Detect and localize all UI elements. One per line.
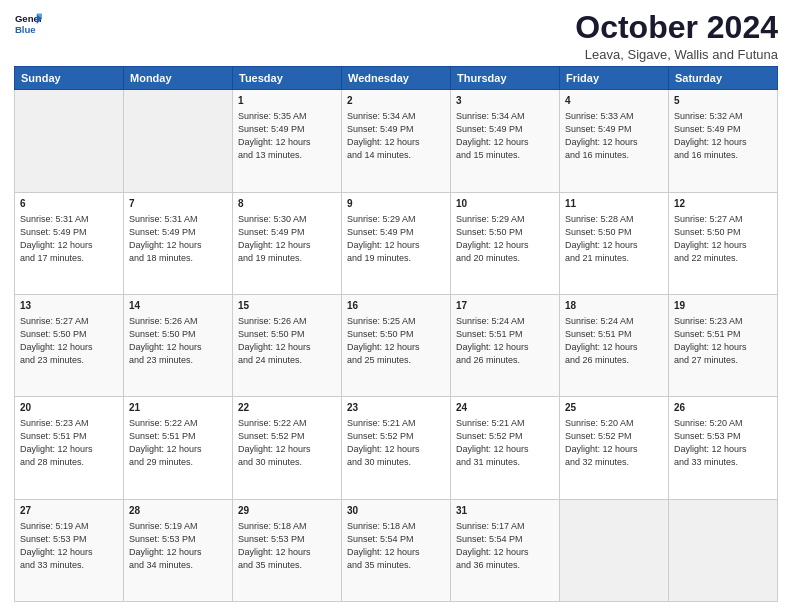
day-header-thursday: Thursday <box>451 67 560 90</box>
day-info: Sunrise: 5:27 AM Sunset: 5:50 PM Dayligh… <box>674 213 772 265</box>
day-info: Sunrise: 5:17 AM Sunset: 5:54 PM Dayligh… <box>456 520 554 572</box>
day-cell: 30Sunrise: 5:18 AM Sunset: 5:54 PM Dayli… <box>342 499 451 601</box>
day-cell: 26Sunrise: 5:20 AM Sunset: 5:53 PM Dayli… <box>669 397 778 499</box>
week-row-2: 6Sunrise: 5:31 AM Sunset: 5:49 PM Daylig… <box>15 192 778 294</box>
day-cell: 28Sunrise: 5:19 AM Sunset: 5:53 PM Dayli… <box>124 499 233 601</box>
day-info: Sunrise: 5:28 AM Sunset: 5:50 PM Dayligh… <box>565 213 663 265</box>
day-cell: 29Sunrise: 5:18 AM Sunset: 5:53 PM Dayli… <box>233 499 342 601</box>
day-cell: 17Sunrise: 5:24 AM Sunset: 5:51 PM Dayli… <box>451 294 560 396</box>
day-cell: 25Sunrise: 5:20 AM Sunset: 5:52 PM Dayli… <box>560 397 669 499</box>
calendar-body: 1Sunrise: 5:35 AM Sunset: 5:49 PM Daylig… <box>15 90 778 602</box>
logo: General Blue <box>14 10 42 38</box>
day-cell: 31Sunrise: 5:17 AM Sunset: 5:54 PM Dayli… <box>451 499 560 601</box>
month-title: October 2024 <box>575 10 778 45</box>
week-row-3: 13Sunrise: 5:27 AM Sunset: 5:50 PM Dayli… <box>15 294 778 396</box>
day-header-monday: Monday <box>124 67 233 90</box>
day-cell: 22Sunrise: 5:22 AM Sunset: 5:52 PM Dayli… <box>233 397 342 499</box>
day-info: Sunrise: 5:18 AM Sunset: 5:53 PM Dayligh… <box>238 520 336 572</box>
day-header-wednesday: Wednesday <box>342 67 451 90</box>
day-number: 3 <box>456 94 554 108</box>
day-number: 23 <box>347 401 445 415</box>
day-number: 28 <box>129 504 227 518</box>
week-row-4: 20Sunrise: 5:23 AM Sunset: 5:51 PM Dayli… <box>15 397 778 499</box>
day-number: 8 <box>238 197 336 211</box>
day-cell: 19Sunrise: 5:23 AM Sunset: 5:51 PM Dayli… <box>669 294 778 396</box>
day-info: Sunrise: 5:30 AM Sunset: 5:49 PM Dayligh… <box>238 213 336 265</box>
day-number: 5 <box>674 94 772 108</box>
day-number: 19 <box>674 299 772 313</box>
day-info: Sunrise: 5:20 AM Sunset: 5:52 PM Dayligh… <box>565 417 663 469</box>
day-cell: 13Sunrise: 5:27 AM Sunset: 5:50 PM Dayli… <box>15 294 124 396</box>
day-cell: 18Sunrise: 5:24 AM Sunset: 5:51 PM Dayli… <box>560 294 669 396</box>
day-cell: 21Sunrise: 5:22 AM Sunset: 5:51 PM Dayli… <box>124 397 233 499</box>
day-cell: 9Sunrise: 5:29 AM Sunset: 5:49 PM Daylig… <box>342 192 451 294</box>
day-info: Sunrise: 5:22 AM Sunset: 5:52 PM Dayligh… <box>238 417 336 469</box>
day-header-saturday: Saturday <box>669 67 778 90</box>
day-info: Sunrise: 5:24 AM Sunset: 5:51 PM Dayligh… <box>565 315 663 367</box>
logo-icon: General Blue <box>14 10 42 38</box>
page: General Blue October 2024 Leava, Sigave,… <box>0 0 792 612</box>
day-info: Sunrise: 5:29 AM Sunset: 5:50 PM Dayligh… <box>456 213 554 265</box>
day-info: Sunrise: 5:20 AM Sunset: 5:53 PM Dayligh… <box>674 417 772 469</box>
day-info: Sunrise: 5:21 AM Sunset: 5:52 PM Dayligh… <box>456 417 554 469</box>
day-number: 16 <box>347 299 445 313</box>
day-info: Sunrise: 5:21 AM Sunset: 5:52 PM Dayligh… <box>347 417 445 469</box>
day-number: 31 <box>456 504 554 518</box>
day-number: 14 <box>129 299 227 313</box>
day-number: 26 <box>674 401 772 415</box>
day-info: Sunrise: 5:23 AM Sunset: 5:51 PM Dayligh… <box>20 417 118 469</box>
day-number: 1 <box>238 94 336 108</box>
day-header-tuesday: Tuesday <box>233 67 342 90</box>
day-number: 18 <box>565 299 663 313</box>
day-header-sunday: Sunday <box>15 67 124 90</box>
day-info: Sunrise: 5:33 AM Sunset: 5:49 PM Dayligh… <box>565 110 663 162</box>
calendar: SundayMondayTuesdayWednesdayThursdayFrid… <box>14 66 778 602</box>
day-cell: 6Sunrise: 5:31 AM Sunset: 5:49 PM Daylig… <box>15 192 124 294</box>
day-info: Sunrise: 5:18 AM Sunset: 5:54 PM Dayligh… <box>347 520 445 572</box>
day-number: 6 <box>20 197 118 211</box>
day-number: 4 <box>565 94 663 108</box>
day-cell: 8Sunrise: 5:30 AM Sunset: 5:49 PM Daylig… <box>233 192 342 294</box>
day-number: 7 <box>129 197 227 211</box>
day-number: 22 <box>238 401 336 415</box>
day-cell: 15Sunrise: 5:26 AM Sunset: 5:50 PM Dayli… <box>233 294 342 396</box>
day-info: Sunrise: 5:26 AM Sunset: 5:50 PM Dayligh… <box>129 315 227 367</box>
day-number: 29 <box>238 504 336 518</box>
day-info: Sunrise: 5:19 AM Sunset: 5:53 PM Dayligh… <box>129 520 227 572</box>
day-info: Sunrise: 5:35 AM Sunset: 5:49 PM Dayligh… <box>238 110 336 162</box>
day-cell: 3Sunrise: 5:34 AM Sunset: 5:49 PM Daylig… <box>451 90 560 192</box>
day-cell <box>560 499 669 601</box>
day-info: Sunrise: 5:23 AM Sunset: 5:51 PM Dayligh… <box>674 315 772 367</box>
day-number: 10 <box>456 197 554 211</box>
day-number: 25 <box>565 401 663 415</box>
day-cell: 2Sunrise: 5:34 AM Sunset: 5:49 PM Daylig… <box>342 90 451 192</box>
day-number: 24 <box>456 401 554 415</box>
title-block: October 2024 Leava, Sigave, Wallis and F… <box>575 10 778 62</box>
day-cell: 12Sunrise: 5:27 AM Sunset: 5:50 PM Dayli… <box>669 192 778 294</box>
day-cell: 27Sunrise: 5:19 AM Sunset: 5:53 PM Dayli… <box>15 499 124 601</box>
header: General Blue October 2024 Leava, Sigave,… <box>14 10 778 62</box>
day-info: Sunrise: 5:26 AM Sunset: 5:50 PM Dayligh… <box>238 315 336 367</box>
day-number: 30 <box>347 504 445 518</box>
week-row-1: 1Sunrise: 5:35 AM Sunset: 5:49 PM Daylig… <box>15 90 778 192</box>
day-cell: 7Sunrise: 5:31 AM Sunset: 5:49 PM Daylig… <box>124 192 233 294</box>
day-number: 2 <box>347 94 445 108</box>
day-number: 13 <box>20 299 118 313</box>
day-info: Sunrise: 5:25 AM Sunset: 5:50 PM Dayligh… <box>347 315 445 367</box>
day-cell: 5Sunrise: 5:32 AM Sunset: 5:49 PM Daylig… <box>669 90 778 192</box>
day-cell <box>15 90 124 192</box>
day-cell: 24Sunrise: 5:21 AM Sunset: 5:52 PM Dayli… <box>451 397 560 499</box>
day-cell: 4Sunrise: 5:33 AM Sunset: 5:49 PM Daylig… <box>560 90 669 192</box>
calendar-header-row: SundayMondayTuesdayWednesdayThursdayFrid… <box>15 67 778 90</box>
day-info: Sunrise: 5:27 AM Sunset: 5:50 PM Dayligh… <box>20 315 118 367</box>
day-info: Sunrise: 5:31 AM Sunset: 5:49 PM Dayligh… <box>20 213 118 265</box>
day-number: 11 <box>565 197 663 211</box>
svg-text:Blue: Blue <box>15 24 36 35</box>
day-number: 21 <box>129 401 227 415</box>
day-info: Sunrise: 5:31 AM Sunset: 5:49 PM Dayligh… <box>129 213 227 265</box>
day-number: 27 <box>20 504 118 518</box>
day-info: Sunrise: 5:24 AM Sunset: 5:51 PM Dayligh… <box>456 315 554 367</box>
day-number: 17 <box>456 299 554 313</box>
day-number: 20 <box>20 401 118 415</box>
day-cell <box>124 90 233 192</box>
